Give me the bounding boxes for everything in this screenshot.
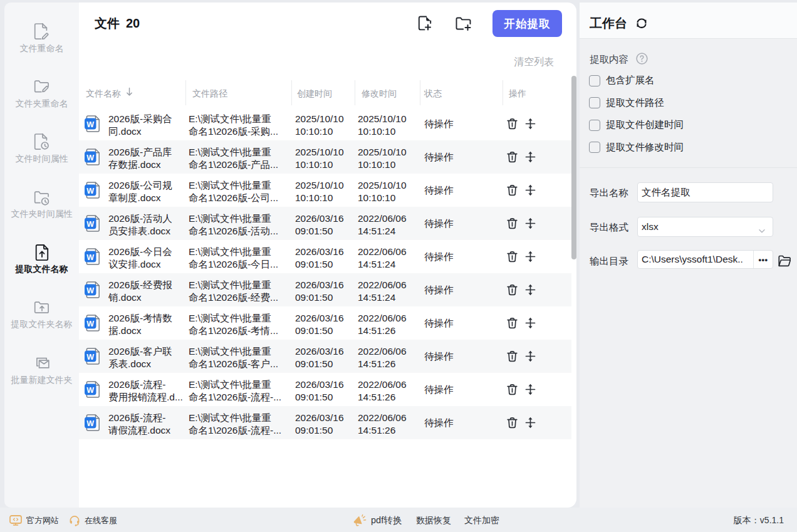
page-title-text: 文件 <box>95 16 120 30</box>
delete-icon[interactable] <box>507 383 518 395</box>
refresh-icon[interactable] <box>636 18 648 29</box>
file-name: 2026版-经费报 销.docx <box>108 279 172 304</box>
word-doc-icon: W <box>85 414 101 431</box>
start-extract-button[interactable]: 开始提取 <box>492 10 562 37</box>
sidebar-item-label: 文件夹时间属性 <box>11 209 73 220</box>
checkbox[interactable] <box>589 120 600 131</box>
delete-icon[interactable] <box>507 151 518 163</box>
output-dir-input[interactable]: C:\Users\yssoft1\Desk.. ••• <box>637 250 773 269</box>
file-path: E:\测试文件\批量重 命名1\2026版-经费... <box>189 279 278 304</box>
delete-icon[interactable] <box>507 184 518 196</box>
clear-list-button[interactable]: 清空列表 <box>514 56 554 69</box>
sidebar-item-batch-new-folder[interactable]: 批量新建文件夹 <box>4 343 79 398</box>
table-row[interactable]: W 2026版-公司规 章制度.docx E:\测试文件\批量重 命名1\202… <box>79 174 571 207</box>
sidebar-item-folder-time[interactable]: 文件夹时间属性 <box>4 177 79 232</box>
word-doc-icon: W <box>85 281 101 298</box>
online-service-link[interactable]: 在线客服 <box>69 509 117 532</box>
checkbox-row[interactable]: 提取文件创建时间 <box>589 118 684 132</box>
folder-edit-icon <box>34 78 50 95</box>
checkbox[interactable] <box>589 75 600 86</box>
checkbox-label: 提取文件修改时间 <box>606 141 684 154</box>
add-folder-icon[interactable] <box>456 17 472 31</box>
move-icon[interactable] <box>525 251 536 263</box>
file-name: 2026版-产品库 存数据.docx <box>108 146 172 171</box>
checkbox[interactable] <box>589 142 600 153</box>
move-icon[interactable] <box>525 317 536 329</box>
sidebar-item-file-rename[interactable]: 文件重命名 <box>4 11 79 66</box>
delete-icon[interactable] <box>507 118 518 130</box>
file-list-panel: 文件20 开始提取 清空列表 文件名称 文件路径 创建时间 修改时间 状态 操作 <box>79 3 576 508</box>
move-icon[interactable] <box>525 383 536 395</box>
export-format-select[interactable]: xlsx <box>637 217 773 237</box>
file-name: 2026版-采购合 同.docx <box>108 113 172 138</box>
column-divider <box>355 80 355 105</box>
sort-desc-icon[interactable] <box>125 86 133 97</box>
help-icon[interactable] <box>636 53 648 65</box>
file-path: E:\测试文件\批量重 命名1\2026版-公司... <box>189 179 278 204</box>
sidebar-item-label: 文件夹重命名 <box>16 98 68 110</box>
column-header-name[interactable]: 文件名称 <box>86 88 121 100</box>
move-icon[interactable] <box>525 217 536 229</box>
file-status: 待操作 <box>424 373 454 406</box>
file-created-time: 2025/10/10 10:10:10 <box>295 146 344 171</box>
pdf-convert-link[interactable]: pdf转换 <box>352 509 402 532</box>
online-service-label: 在线客服 <box>85 515 117 526</box>
table-row[interactable]: W 2026版-今日会 议安排.docx E:\测试文件\批量重 命名1\202… <box>79 240 571 273</box>
column-header-status[interactable]: 状态 <box>424 88 442 100</box>
checkbox[interactable] <box>589 97 600 108</box>
export-name-input[interactable]: 文件名提取 <box>637 182 773 202</box>
sidebar-item-file-time[interactable]: 文件时间属性 <box>4 122 79 177</box>
open-folder-icon[interactable] <box>778 255 791 269</box>
delete-icon[interactable] <box>507 417 518 429</box>
move-icon[interactable] <box>525 151 536 163</box>
table-row[interactable]: W 2026版-考情数 据.docx E:\测试文件\批量重 命名1\2026版… <box>79 306 571 340</box>
chevron-down-icon <box>758 225 766 230</box>
move-icon[interactable] <box>525 118 536 130</box>
checkbox-row[interactable]: 提取文件修改时间 <box>589 141 684 154</box>
move-icon[interactable] <box>525 284 536 296</box>
file-path: E:\测试文件\批量重 命名1\2026版-流程-... <box>189 378 281 404</box>
data-recover-link[interactable]: 数据恢复 <box>416 509 451 532</box>
delete-icon[interactable] <box>507 251 518 263</box>
move-icon[interactable] <box>525 350 536 362</box>
export-format-value: xlsx <box>642 221 659 232</box>
file-name: 2026版-活动人 员安排表.docx <box>108 212 172 237</box>
table-row[interactable]: W 2026版-经费报 销.docx E:\测试文件\批量重 命名1\2026版… <box>79 273 571 306</box>
browse-more-button[interactable]: ••• <box>753 251 773 268</box>
workbench-header: 工作台 <box>580 3 797 39</box>
column-divider <box>503 80 503 105</box>
table-row[interactable]: W 2026版-产品库 存数据.docx E:\测试文件\批量重 命名1\202… <box>79 140 571 174</box>
delete-icon[interactable] <box>507 217 518 229</box>
file-name: 2026版-客户联 系表.docx <box>108 345 172 370</box>
table-row[interactable]: W 2026版-活动人 员安排表.docx E:\测试文件\批量重 命名1\20… <box>79 207 571 240</box>
file-encrypt-link[interactable]: 文件加密 <box>464 509 499 532</box>
sidebar-item-folder-rename[interactable]: 文件夹重命名 <box>4 66 79 122</box>
checkbox-row[interactable]: 包含扩展名 <box>589 74 655 87</box>
column-header-modified[interactable]: 修改时间 <box>362 88 397 100</box>
sidebar-item-extract-file-name[interactable]: 提取文件名称 <box>4 232 79 288</box>
column-header-ops[interactable]: 操作 <box>509 88 526 100</box>
table-scrollbar[interactable] <box>571 76 576 259</box>
official-site-link[interactable]: 官方网站 <box>9 509 59 532</box>
word-doc-icon: W <box>85 248 101 265</box>
table-row[interactable]: W 2026版-流程- 请假流程.docx E:\测试文件\批量重 命名1\20… <box>79 406 571 439</box>
table-row[interactable]: W 2026版-客户联 系表.docx E:\测试文件\批量重 命名1\2026… <box>79 340 571 373</box>
file-status: 待操作 <box>424 240 454 273</box>
sidebar-item-extract-folder-name[interactable]: 提取文件夹名称 <box>4 288 79 343</box>
table-row[interactable]: W 2026版-采购合 同.docx E:\测试文件\批量重 命名1\2026版… <box>79 107 571 140</box>
checkbox-row[interactable]: 提取文件路径 <box>589 96 664 110</box>
column-header-path[interactable]: 文件路径 <box>192 88 227 100</box>
delete-icon[interactable] <box>507 350 518 362</box>
file-table-body: W 2026版-采购合 同.docx E:\测试文件\批量重 命名1\2026版… <box>79 107 571 439</box>
delete-icon[interactable] <box>507 284 518 296</box>
column-header-created[interactable]: 创建时间 <box>297 88 332 100</box>
folder-up-icon <box>34 300 50 316</box>
move-icon[interactable] <box>525 417 536 429</box>
add-file-icon[interactable] <box>417 16 432 32</box>
delete-icon[interactable] <box>507 317 518 329</box>
file-modified-time: 2022/06/06 14:51:26 <box>358 378 407 404</box>
file-up-icon <box>34 244 50 261</box>
file-created-time: 2026/03/16 09:01:50 <box>295 212 344 237</box>
move-icon[interactable] <box>525 184 536 196</box>
table-row[interactable]: W 2026版-流程- 费用报销流程.d... E:\测试文件\批量重 命名1\… <box>79 373 571 406</box>
